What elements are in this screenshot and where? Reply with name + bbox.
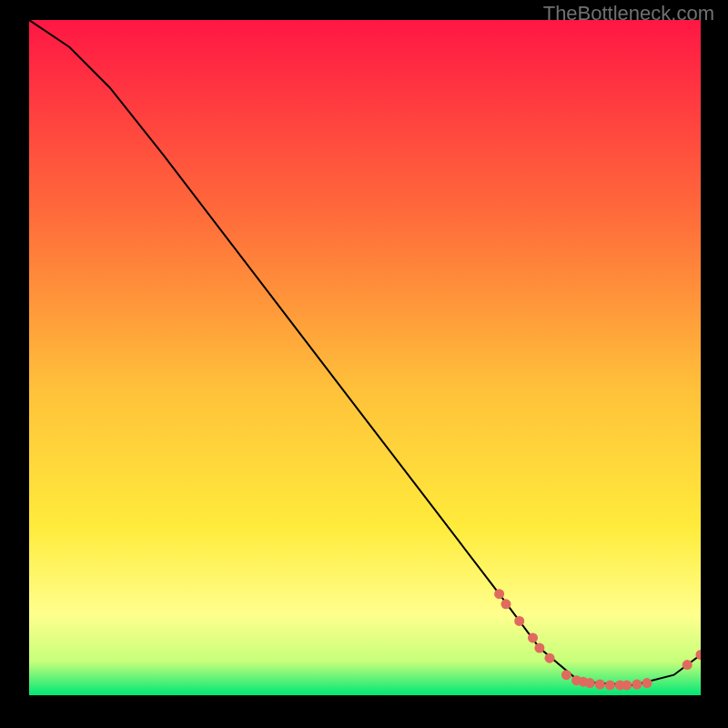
data-marker bbox=[595, 680, 605, 690]
data-marker bbox=[514, 616, 524, 626]
data-marker bbox=[605, 680, 615, 690]
chart-svg bbox=[29, 20, 701, 695]
data-marker bbox=[494, 589, 504, 599]
data-marker bbox=[545, 653, 555, 663]
chart-background bbox=[29, 20, 701, 695]
data-marker bbox=[642, 678, 652, 688]
data-marker bbox=[561, 670, 571, 680]
watermark-text: TheBottleneck.com bbox=[543, 2, 714, 25]
data-marker bbox=[501, 599, 511, 609]
data-marker bbox=[585, 678, 595, 688]
data-marker bbox=[632, 680, 642, 690]
data-marker bbox=[682, 660, 693, 670]
data-marker bbox=[534, 643, 544, 653]
bottleneck-chart bbox=[29, 20, 701, 695]
data-marker bbox=[622, 680, 632, 690]
data-marker bbox=[528, 632, 538, 642]
